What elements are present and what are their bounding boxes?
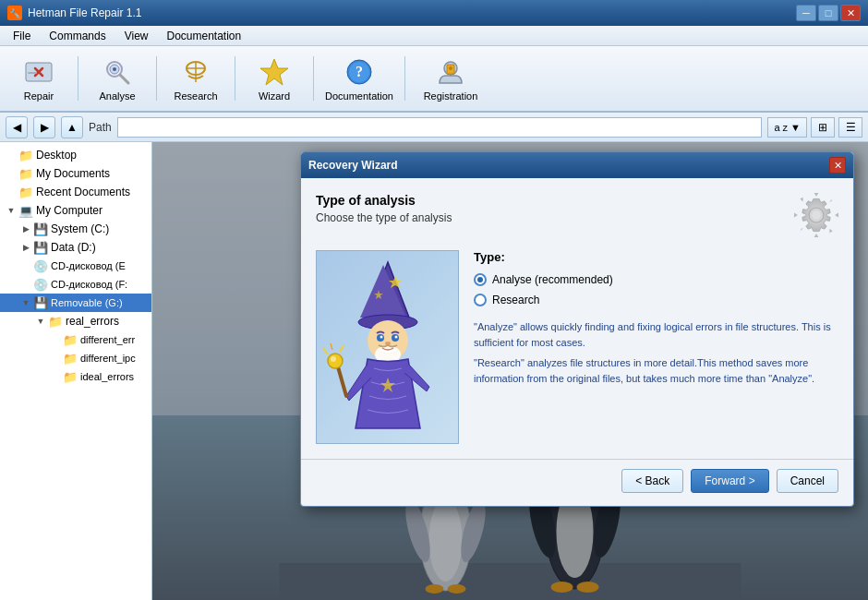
sidebar-item-ideal-errors[interactable]: 📁 ideal_errors bbox=[0, 367, 151, 386]
documentation-icon: ? bbox=[343, 55, 376, 89]
cancel-button[interactable]: Cancel bbox=[777, 469, 838, 493]
svg-point-57 bbox=[331, 356, 336, 362]
sidebar-item-label: Data (D:) bbox=[51, 241, 96, 254]
view-list-button[interactable]: ☰ bbox=[838, 117, 862, 138]
sidebar-item-label: Recent Documents bbox=[36, 186, 130, 198]
menu-view[interactable]: View bbox=[115, 28, 158, 44]
sidebar-item-cd-e[interactable]: 💿 CD-дисковод (E bbox=[0, 257, 151, 275]
back-button[interactable]: ◀ bbox=[6, 116, 28, 138]
right-panel: Type: Analyse (recommended) bbox=[474, 250, 838, 444]
minimize-button[interactable]: ─ bbox=[796, 5, 816, 21]
title-bar: 🔧 Hetman File Repair 1.1 ─ □ ✕ bbox=[0, 0, 868, 26]
dialog-body: Type of analysis Choose the type of anal… bbox=[301, 178, 853, 459]
sidebar-item-label: CD-дисковод (E bbox=[51, 260, 126, 271]
toolbar: Repair Analyse Research bbox=[0, 46, 868, 113]
dialog-title-bar: Recovery Wizard ✕ bbox=[301, 152, 853, 178]
toolbar-sep-3 bbox=[235, 56, 235, 101]
sidebar-item-label: real_errors bbox=[66, 315, 119, 328]
sidebar-item-drive-c[interactable]: ▶ 💾 System (C:) bbox=[0, 220, 151, 238]
folder-icon: 📁 bbox=[18, 185, 33, 199]
svg-point-5 bbox=[113, 67, 116, 71]
svg-point-15 bbox=[449, 66, 452, 70]
view-mode-button[interactable]: ⊞ bbox=[811, 117, 835, 138]
analyse-label: Analyse bbox=[99, 90, 135, 102]
sidebar-item-recentdocs[interactable]: 📁 Recent Documents bbox=[0, 183, 151, 201]
radio-analyse[interactable]: Analyse (recommended) bbox=[474, 273, 838, 286]
folder-icon: 📁 bbox=[18, 148, 33, 162]
app-icon: 🔧 bbox=[7, 6, 22, 20]
radio-analyse-label: Analyse (recommended) bbox=[492, 273, 613, 286]
back-button[interactable]: < Back bbox=[621, 469, 683, 493]
menu-bar: File Commands View Documentation bbox=[0, 26, 868, 46]
research-label: Research bbox=[174, 90, 217, 102]
computer-icon: 💻 bbox=[18, 203, 33, 218]
toolbar-research-button[interactable]: Research bbox=[164, 50, 227, 107]
svg-point-52 bbox=[394, 335, 397, 338]
drive-icon: 💾 bbox=[33, 240, 48, 255]
menu-file[interactable]: File bbox=[4, 28, 40, 44]
close-button[interactable]: ✕ bbox=[840, 5, 861, 21]
wizard-icon bbox=[258, 55, 291, 89]
up-button[interactable]: ▲ bbox=[61, 116, 83, 138]
toolbar-wizard-button[interactable]: Wizard bbox=[243, 50, 306, 107]
path-input[interactable] bbox=[117, 117, 763, 138]
recovery-wizard-dialog: Recovery Wizard ✕ Type of analysis Choos… bbox=[300, 151, 854, 507]
dialog-content: Type: Analyse (recommended) bbox=[316, 250, 838, 444]
removable-icon: 💾 bbox=[33, 295, 48, 310]
menu-documentation[interactable]: Documentation bbox=[158, 28, 251, 44]
sidebar-item-label: different_ipc bbox=[80, 353, 136, 364]
sidebar-item-label: My Computer bbox=[36, 204, 102, 217]
sidebar-item-label: My Documents bbox=[36, 167, 110, 180]
dialog-title: Recovery Wizard bbox=[308, 159, 398, 172]
dialog-close-button[interactable]: ✕ bbox=[829, 157, 846, 174]
sidebar-item-label: Removable (G:) bbox=[51, 297, 123, 308]
sidebar-item-label: Desktop bbox=[36, 149, 77, 162]
svg-line-58 bbox=[323, 348, 328, 354]
content-area: Recovery Wizard ✕ Type of analysis Choos… bbox=[152, 142, 868, 600]
svg-rect-1 bbox=[28, 72, 37, 74]
radio-research-label: Research bbox=[492, 294, 539, 306]
sidebar-item-different-ipc[interactable]: 📁 different_ipc bbox=[0, 349, 151, 367]
sidebar-item-different-err[interactable]: 📁 different_err bbox=[0, 330, 151, 349]
sidebar-item-label: ideal_errors bbox=[80, 371, 134, 382]
dialog-header: Type of analysis Choose the type of anal… bbox=[316, 193, 838, 237]
toolbar-registration-button[interactable]: Registration bbox=[413, 50, 488, 107]
description-analyse: "Analyze" allows quickly finding and fix… bbox=[474, 319, 838, 350]
analyse-icon bbox=[101, 55, 134, 89]
svg-point-42 bbox=[812, 210, 821, 220]
sidebar-item-drive-d[interactable]: ▶ 💾 Data (D:) bbox=[0, 238, 151, 257]
sidebar-item-desktop[interactable]: 📁 Desktop bbox=[0, 146, 151, 164]
modal-overlay: Recovery Wizard ✕ Type of analysis Choos… bbox=[152, 142, 868, 600]
toolbar-repair-button[interactable]: Repair bbox=[7, 50, 70, 107]
svg-line-55 bbox=[337, 364, 346, 396]
gear-icon bbox=[794, 193, 838, 237]
main-area: 📁 Desktop 📁 My Documents 📁 Recent Docume… bbox=[0, 142, 868, 600]
sidebar-item-label: System (C:) bbox=[51, 222, 109, 235]
sort-button[interactable]: a z ▼ bbox=[767, 117, 807, 138]
window-controls: ─ □ ✕ bbox=[796, 5, 861, 21]
registration-label: Registration bbox=[424, 90, 478, 102]
maximize-button[interactable]: □ bbox=[818, 5, 838, 21]
registration-icon bbox=[434, 55, 467, 89]
svg-line-60 bbox=[340, 345, 344, 352]
sidebar-item-drive-g[interactable]: ▼ 💾 Removable (G:) bbox=[0, 294, 151, 312]
wizard-image bbox=[316, 250, 459, 444]
forward-nav-button[interactable]: ▶ bbox=[33, 116, 55, 138]
sidebar-item-real-errors[interactable]: ▼ 📁 real_errors bbox=[0, 312, 151, 330]
forward-button[interactable]: Forward > bbox=[691, 469, 768, 493]
cdrom-icon: 💿 bbox=[33, 277, 48, 292]
description-research: "Research" analyzes file structures in m… bbox=[474, 355, 838, 386]
toolbar-analyse-button[interactable]: Analyse bbox=[86, 50, 149, 107]
dialog-subheading: Choose the type of analysis bbox=[316, 211, 452, 224]
sidebar-item-mycomputer[interactable]: ▼ 💻 My Computer bbox=[0, 201, 151, 220]
toolbar-sep-2 bbox=[156, 56, 157, 101]
folder-icon: 📁 bbox=[63, 351, 78, 366]
sidebar-item-mydocuments[interactable]: 📁 My Documents bbox=[0, 164, 151, 183]
menu-commands[interactable]: Commands bbox=[40, 28, 115, 44]
sidebar-item-cd-f[interactable]: 💿 CD-дисковод (F: bbox=[0, 275, 151, 294]
window-title: Hetman File Repair 1.1 bbox=[28, 6, 141, 19]
toolbar-documentation-button[interactable]: ? Documentation bbox=[321, 50, 397, 107]
folder-icon: 📁 bbox=[18, 166, 33, 181]
radio-research[interactable]: Research bbox=[474, 294, 838, 306]
wizard-label: Wizard bbox=[259, 90, 290, 102]
